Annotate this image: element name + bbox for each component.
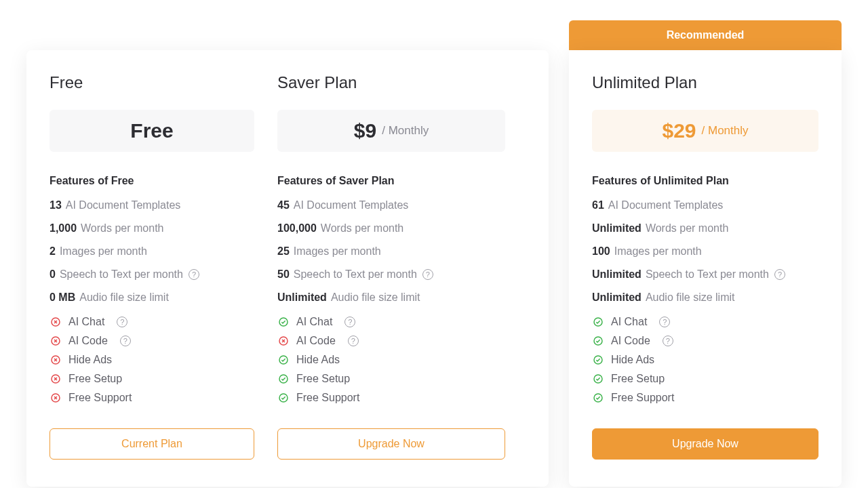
features-heading: Features of Free bbox=[50, 175, 254, 187]
price-box: Free bbox=[50, 110, 254, 152]
check-icon bbox=[277, 392, 290, 404]
quota-images: 2Images per month bbox=[50, 245, 254, 258]
x-icon bbox=[50, 316, 62, 328]
help-icon[interactable]: ? bbox=[120, 336, 131, 346]
check-setup: Free Setup bbox=[50, 373, 254, 385]
quota-templates: 45AI Document Templates bbox=[277, 199, 505, 211]
current-plan-button[interactable]: Current Plan bbox=[50, 428, 254, 460]
check-code: AI Code? bbox=[50, 335, 254, 347]
check-support: Free Support bbox=[277, 392, 505, 404]
quota-list: 13AI Document Templates 1,000Words per m… bbox=[50, 199, 254, 314]
help-icon[interactable]: ? bbox=[422, 269, 433, 280]
x-icon bbox=[50, 335, 62, 347]
check-icon bbox=[592, 392, 604, 404]
features-heading: Features of Saver Plan bbox=[277, 175, 505, 187]
help-icon[interactable]: ? bbox=[344, 317, 355, 327]
plan-card-free: Free Free Features of Free 13AI Document… bbox=[26, 50, 277, 487]
price-box: $29 / Monthly bbox=[592, 110, 818, 152]
check-ads: Hide Ads bbox=[50, 354, 254, 366]
price-value: $9 bbox=[354, 119, 376, 142]
plan-name: Free bbox=[50, 73, 254, 92]
price-value: $29 bbox=[662, 119, 696, 142]
quota-audio: 0 MBAudio file size limit bbox=[50, 291, 254, 304]
help-icon[interactable]: ? bbox=[659, 317, 670, 327]
check-code: AI Code? bbox=[277, 335, 505, 347]
upgrade-button[interactable]: Upgrade Now bbox=[277, 428, 505, 460]
x-icon bbox=[50, 373, 62, 385]
features-heading: Features of Unlimited Plan bbox=[592, 175, 818, 187]
check-setup: Free Setup bbox=[277, 373, 505, 385]
price-period: / Monthly bbox=[382, 124, 429, 138]
plan-name: Unlimited Plan bbox=[592, 73, 818, 92]
quota-images: 25Images per month bbox=[277, 245, 505, 258]
quota-audio: UnlimitedAudio file size limit bbox=[592, 291, 818, 304]
x-icon bbox=[50, 392, 62, 404]
price-box: $9 / Monthly bbox=[277, 110, 505, 152]
check-setup: Free Setup bbox=[592, 373, 818, 385]
help-icon[interactable]: ? bbox=[663, 336, 673, 346]
help-icon[interactable]: ? bbox=[189, 269, 199, 280]
quota-words: UnlimitedWords per month bbox=[592, 222, 818, 235]
price-value: Free bbox=[130, 119, 173, 142]
price-period: / Monthly bbox=[702, 124, 749, 138]
quota-speech: 0Speech to Text per month? bbox=[50, 268, 254, 281]
check-icon bbox=[592, 335, 604, 347]
check-list: AI Chat? AI Code? Hide Ads Free Setup Fr… bbox=[592, 316, 818, 411]
plan-card-saver: Saver Plan $9 / Monthly Features of Save… bbox=[277, 50, 528, 487]
recommended-badge: Recommended bbox=[569, 20, 842, 50]
help-icon[interactable]: ? bbox=[774, 269, 785, 280]
quota-templates: 61AI Document Templates bbox=[592, 199, 818, 211]
check-support: Free Support bbox=[50, 392, 254, 404]
x-icon bbox=[277, 335, 290, 347]
quota-speech: UnlimitedSpeech to Text per month? bbox=[592, 268, 818, 281]
check-icon bbox=[592, 316, 604, 328]
upgrade-button[interactable]: Upgrade Now bbox=[592, 428, 818, 460]
quota-images: 100Images per month bbox=[592, 245, 818, 258]
check-icon bbox=[277, 373, 290, 385]
check-support: Free Support bbox=[592, 392, 818, 404]
plan-card-unlimited: Unlimited Plan $29 / Monthly Features of… bbox=[569, 50, 842, 487]
plan-name: Saver Plan bbox=[277, 73, 505, 92]
check-list: AI Chat? AI Code? Hide Ads Free Setup Fr… bbox=[277, 316, 505, 411]
check-icon bbox=[277, 316, 290, 328]
check-icon bbox=[277, 354, 290, 366]
check-ads: Hide Ads bbox=[277, 354, 505, 366]
quota-speech: 50Speech to Text per month? bbox=[277, 268, 505, 281]
check-chat: AI Chat? bbox=[277, 316, 505, 328]
help-icon[interactable]: ? bbox=[117, 317, 127, 327]
x-icon bbox=[50, 354, 62, 366]
check-list: AI Chat? AI Code? Hide Ads Free Setup Fr… bbox=[50, 316, 254, 411]
check-icon bbox=[592, 373, 604, 385]
check-chat: AI Chat? bbox=[592, 316, 818, 328]
quota-words: 100,000Words per month bbox=[277, 222, 505, 235]
check-code: AI Code? bbox=[592, 335, 818, 347]
check-chat: AI Chat? bbox=[50, 316, 254, 328]
quota-templates: 13AI Document Templates bbox=[50, 199, 254, 211]
quota-list: 45AI Document Templates 100,000Words per… bbox=[277, 199, 505, 314]
quota-words: 1,000Words per month bbox=[50, 222, 254, 235]
quota-list: 61AI Document Templates UnlimitedWords p… bbox=[592, 199, 818, 314]
quota-audio: UnlimitedAudio file size limit bbox=[277, 291, 505, 304]
help-icon[interactable]: ? bbox=[348, 336, 359, 346]
check-ads: Hide Ads bbox=[592, 354, 818, 366]
check-icon bbox=[592, 354, 604, 366]
